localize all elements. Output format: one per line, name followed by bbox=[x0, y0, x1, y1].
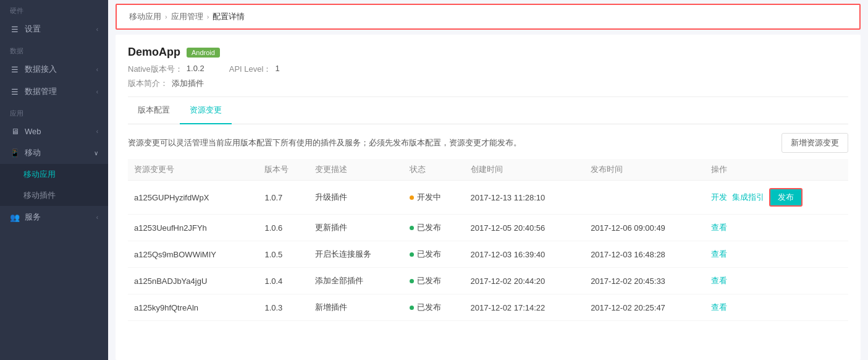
sidebar-sub-mobile: 移动应用 移动插件 bbox=[0, 164, 108, 206]
cell-id: a125nBADJbYa4jgU bbox=[128, 268, 258, 294]
sidebar-item-data-input-label: 数据接入 bbox=[25, 64, 57, 75]
data-manage-icon: ☰ bbox=[10, 87, 20, 96]
sidebar-item-mobile[interactable]: 📱 移动 ∨ bbox=[0, 142, 108, 164]
resource-table: 资源变更号 版本号 变更描述 状态 创建时间 发布时间 操作 a125GUPHy… bbox=[128, 159, 848, 321]
sidebar-section-data: 数据 ☰ 数据接入 ‹ ☰ 数据管理 ‹ bbox=[0, 40, 108, 103]
sidebar-item-mobile-plugin[interactable]: 移动插件 bbox=[0, 185, 108, 206]
status-text: 已发布 bbox=[417, 275, 441, 286]
cell-status: 已发布 bbox=[403, 294, 464, 321]
chevron-left-icon: ‹ bbox=[96, 66, 98, 73]
cell-publish-time: 2017-12-02 20:25:47 bbox=[584, 294, 705, 321]
cell-status: 已发布 bbox=[403, 215, 464, 241]
sidebar: 硬件 ☰ 设置 ‹ 数据 ☰ 数据接入 ‹ ☰ 数据管理 ‹ 应用 bbox=[0, 0, 108, 360]
sidebar-item-settings[interactable]: ☰ 设置 ‹ bbox=[0, 18, 108, 40]
status-text: 已发布 bbox=[417, 302, 441, 313]
sidebar-item-service-label: 服务 bbox=[25, 212, 41, 223]
cell-publish-time bbox=[584, 181, 705, 215]
chevron-left-icon: ‹ bbox=[96, 88, 98, 95]
cell-actions: 查看 bbox=[705, 241, 848, 268]
app-name: DemoApp bbox=[128, 46, 180, 59]
tab-resource-change[interactable]: 资源变更 bbox=[180, 97, 232, 124]
cell-id: a125ky9hfQtreAln bbox=[128, 294, 258, 321]
status-dot-icon bbox=[410, 226, 414, 230]
cell-description: 添加全部插件 bbox=[309, 268, 403, 294]
platform-badge: Android bbox=[187, 48, 220, 58]
cell-publish-time: 2017-12-06 09:00:49 bbox=[584, 215, 705, 241]
action-link-查看[interactable]: 查看 bbox=[711, 302, 727, 312]
breadcrumb-item-1[interactable]: 应用管理 bbox=[171, 11, 203, 22]
content-area: DemoApp Android Native版本号： 1.0.2 API Lev… bbox=[116, 35, 861, 360]
status-dot-icon bbox=[410, 306, 414, 310]
cell-create-time: 2017-12-03 16:39:40 bbox=[465, 241, 585, 268]
cell-publish-time: 2017-12-02 20:45:33 bbox=[584, 268, 705, 294]
table-row: a125GUPHyzifdWpX 1.0.7 升级插件 开发中 2017-12-… bbox=[128, 181, 848, 215]
sidebar-item-mobile-app[interactable]: 移动应用 bbox=[0, 164, 108, 185]
publish-button[interactable]: 发布 bbox=[769, 188, 803, 207]
sidebar-item-service[interactable]: 👥 服务 ‹ bbox=[0, 206, 108, 228]
cell-version: 1.0.7 bbox=[258, 181, 309, 215]
sidebar-item-data-manage[interactable]: ☰ 数据管理 ‹ bbox=[0, 80, 108, 103]
sidebar-section-hardware: 硬件 ☰ 设置 ‹ bbox=[0, 0, 108, 40]
cell-description: 新增插件 bbox=[309, 294, 403, 321]
cell-version: 1.0.5 bbox=[258, 241, 309, 268]
sidebar-item-web-label: Web bbox=[25, 127, 41, 136]
main-content: 移动应用 › 应用管理 › 配置详情 DemoApp Android Nativ… bbox=[108, 0, 868, 360]
status-text: 已发布 bbox=[417, 249, 441, 260]
cell-actions: 查看 bbox=[705, 268, 848, 294]
cell-id: a1253UeufHn2JFYh bbox=[128, 215, 258, 241]
sidebar-section-service: 👥 服务 ‹ bbox=[0, 206, 108, 228]
status-dot-icon bbox=[410, 195, 414, 200]
status-dot-icon bbox=[410, 252, 414, 257]
sidebar-item-data-input[interactable]: ☰ 数据接入 ‹ bbox=[0, 58, 108, 80]
cell-create-time: 2017-12-05 20:40:56 bbox=[465, 215, 585, 241]
cell-create-time: 2017-12-13 11:28:10 bbox=[465, 181, 585, 215]
tab-version-config[interactable]: 版本配置 bbox=[128, 97, 180, 124]
col-header-action: 操作 bbox=[705, 159, 848, 181]
cell-create-time: 2017-12-02 20:44:20 bbox=[465, 268, 585, 294]
table-row: a125nBADJbYa4jgU 1.0.4 添加全部插件 已发布 2017-1… bbox=[128, 268, 848, 294]
cell-status: 开发中 bbox=[403, 181, 464, 215]
action-link-集成指引[interactable]: 集成指引 bbox=[732, 192, 764, 202]
cell-description: 开启长连接服务 bbox=[309, 241, 403, 268]
cell-version: 1.0.4 bbox=[258, 268, 309, 294]
cell-description: 升级插件 bbox=[309, 181, 403, 215]
section-label-app: 应用 bbox=[0, 103, 108, 121]
col-header-id: 资源变更号 bbox=[128, 159, 258, 181]
sidebar-item-data-manage-label: 数据管理 bbox=[25, 86, 57, 97]
status-text: 开发中 bbox=[417, 192, 441, 203]
breadcrumb-item-0[interactable]: 移动应用 bbox=[129, 11, 161, 22]
chevron-down-icon: ∨ bbox=[94, 150, 98, 156]
chevron-left-icon: ‹ bbox=[96, 214, 98, 221]
sidebar-item-web[interactable]: 🖥 Web ‹ bbox=[0, 121, 108, 142]
table-row: a125ky9hfQtreAln 1.0.3 新增插件 已发布 2017-12-… bbox=[128, 294, 848, 321]
col-header-create-time: 创建时间 bbox=[465, 159, 585, 181]
desc-value: 添加插件 bbox=[172, 78, 204, 89]
chevron-left-icon: ‹ bbox=[96, 128, 98, 135]
add-resource-button[interactable]: 新增资源变更 bbox=[782, 133, 848, 153]
cell-description: 更新插件 bbox=[309, 215, 403, 241]
cell-actions: 查看 bbox=[705, 294, 848, 321]
breadcrumb-item-2: 配置详情 bbox=[213, 11, 245, 22]
action-link-查看[interactable]: 查看 bbox=[711, 276, 727, 285]
sidebar-section-app: 应用 🖥 Web ‹ 📱 移动 ∨ 移动应用 移动插件 bbox=[0, 103, 108, 206]
tabs: 版本配置 资源变更 bbox=[128, 97, 848, 124]
cell-id: a125GUPHyzifdWpX bbox=[128, 181, 258, 215]
app-header: DemoApp Android Native版本号： 1.0.2 API Lev… bbox=[128, 35, 848, 97]
status-dot-icon bbox=[410, 279, 414, 283]
action-link-查看[interactable]: 查看 bbox=[711, 223, 727, 232]
data-input-icon: ☰ bbox=[10, 64, 20, 74]
settings-icon: ☰ bbox=[10, 24, 20, 34]
action-link-开发[interactable]: 开发 bbox=[711, 192, 727, 202]
service-icon: 👥 bbox=[10, 212, 20, 222]
cell-status: 已发布 bbox=[403, 241, 464, 268]
api-level-value: 1 bbox=[275, 64, 279, 75]
section-label-data: 数据 bbox=[0, 40, 108, 58]
col-header-publish-time: 发布时间 bbox=[584, 159, 705, 181]
native-version-label: Native版本号： bbox=[128, 64, 183, 75]
breadcrumb-sep-1: › bbox=[207, 13, 209, 20]
table-row: a1253UeufHn2JFYh 1.0.6 更新插件 已发布 2017-12-… bbox=[128, 215, 848, 241]
tab-description-text: 资源变更可以灵活管理当前应用版本配置下所有使用的插件及服务；必须先发布版本配置，… bbox=[128, 137, 521, 148]
cell-version: 1.0.6 bbox=[258, 215, 309, 241]
action-link-查看[interactable]: 查看 bbox=[711, 249, 727, 259]
cell-status: 已发布 bbox=[403, 268, 464, 294]
